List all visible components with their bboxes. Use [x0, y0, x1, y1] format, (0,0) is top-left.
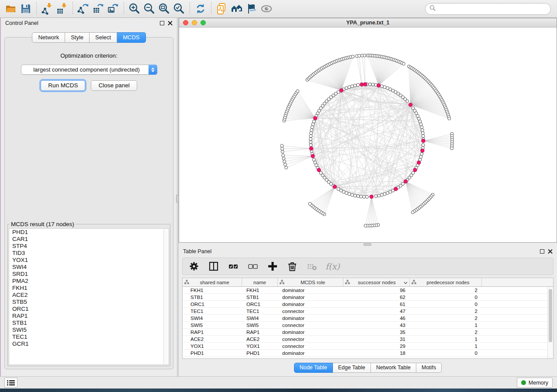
- search-input[interactable]: [439, 6, 547, 12]
- first-neighbors-icon[interactable]: [229, 1, 244, 16]
- table-row[interactable]: TEC1TEC1connector472: [183, 308, 553, 315]
- table-scrollbar[interactable]: [547, 287, 553, 358]
- new-network-from-selection-icon[interactable]: [214, 1, 229, 16]
- mcds-result-item[interactable]: TID3: [9, 250, 169, 257]
- cell-successor-nodes: 96: [343, 288, 410, 293]
- refresh-layout-icon[interactable]: [193, 1, 208, 16]
- table-row[interactable]: RAP1RAP1dominator352: [183, 329, 553, 336]
- mcds-result-item[interactable]: STB5: [9, 299, 169, 306]
- mcds-result-item[interactable]: ORC1: [9, 306, 169, 313]
- network-canvas[interactable]: [179, 28, 557, 242]
- delete-table-icon[interactable]: [306, 260, 318, 272]
- column-header-name[interactable]: name: [242, 278, 278, 286]
- close-panel-icon[interactable]: [168, 21, 173, 26]
- list-icon: [7, 380, 15, 386]
- column-header-shared-name[interactable]: shared name: [183, 278, 242, 286]
- cell-shared-name: FKH1: [183, 288, 242, 293]
- scrollbar-thumb[interactable]: [549, 289, 552, 342]
- mcds-result-item[interactable]: SWI5: [9, 327, 169, 334]
- mcds-result-item[interactable]: ACE2: [9, 292, 169, 299]
- tab-edge-table[interactable]: Edge Table: [333, 363, 371, 373]
- zoom-in-icon[interactable]: [127, 1, 142, 16]
- table-row[interactable]: ACE2ACE2connector311: [183, 336, 553, 343]
- dropdown-value: largest connected component (undirected): [21, 66, 149, 73]
- mcds-result-item[interactable]: FKH1: [9, 285, 169, 292]
- cell-predecessor-nodes: 1: [410, 337, 482, 342]
- table-tabs: Node TableEdge TableNetwork TableMotifs: [179, 363, 557, 373]
- zoom-fit-icon[interactable]: [157, 1, 172, 16]
- table-row[interactable]: FKH1FKH1dominator962: [183, 287, 553, 294]
- close-panel-icon[interactable]: [548, 249, 553, 254]
- cell-successor-nodes: 31: [343, 337, 410, 342]
- column-header-successor-nodes[interactable]: successor nodes: [343, 278, 410, 286]
- deselect-all-icon[interactable]: [247, 260, 259, 272]
- cytoscape-app: Control Panel NetworkStyleSelectMCDS Opt…: [0, 0, 557, 392]
- table-row[interactable]: SWI5SWI5connector431: [183, 322, 553, 329]
- float-panel-icon[interactable]: [540, 249, 544, 254]
- task-history-button[interactable]: [4, 378, 17, 388]
- horizontal-splitter[interactable]: [179, 243, 557, 246]
- cell-predecessor-nodes: 1: [410, 344, 482, 349]
- import-table-icon[interactable]: [55, 1, 69, 16]
- export-image-icon[interactable]: [106, 1, 121, 16]
- column-header-MCDS-role[interactable]: MCDS role: [278, 278, 343, 286]
- float-panel-icon[interactable]: [160, 21, 164, 25]
- mcds-result-item[interactable]: SRD1: [9, 271, 169, 278]
- gear-icon[interactable]: [188, 260, 200, 272]
- network-graph[interactable]: [179, 28, 557, 242]
- memory-status-icon: [521, 380, 526, 385]
- zoom-out-icon[interactable]: [142, 1, 157, 16]
- import-network-icon[interactable]: [40, 1, 55, 16]
- show-all-icon[interactable]: [259, 1, 274, 16]
- add-column-icon[interactable]: [266, 260, 279, 272]
- mcds-result-item[interactable]: SWI4: [9, 264, 169, 271]
- mcds-result-item[interactable]: RAP1: [9, 313, 169, 320]
- table-row[interactable]: PHD1PHD1dominator180: [183, 350, 553, 357]
- toolbar-separator: [190, 2, 190, 15]
- mcds-result-item[interactable]: PHD1: [9, 229, 169, 236]
- dropdown-stepper-icon: [149, 65, 157, 75]
- hide-selected-icon[interactable]: [244, 1, 259, 16]
- memory-button[interactable]: Memory: [517, 378, 553, 388]
- hierarchy-icon: [184, 280, 189, 285]
- open-folder-icon[interactable]: [3, 1, 18, 16]
- export-table-icon[interactable]: [91, 1, 106, 16]
- delete-column-icon[interactable]: [286, 260, 298, 272]
- cell-name: ORC1: [242, 302, 278, 307]
- zoom-selected-icon[interactable]: [172, 1, 187, 16]
- mcds-result-item[interactable]: STP4: [9, 243, 169, 250]
- select-all-icon[interactable]: [227, 260, 239, 272]
- network-window-titlebar[interactable]: YPA_prune.txt_1: [179, 18, 557, 28]
- function-builder-icon[interactable]: f(x): [325, 261, 340, 271]
- mcds-result-list[interactable]: PHD1CAR1STP4TID3YOX1SWI4SRD1PMA2FKH1ACE2…: [9, 228, 169, 365]
- mcds-result-item[interactable]: PMA2: [9, 278, 169, 285]
- cell-successor-nodes: 43: [343, 323, 410, 328]
- save-icon[interactable]: [18, 1, 33, 16]
- export-network-icon[interactable]: [76, 1, 91, 16]
- toolbar-icons: [3, 1, 274, 16]
- cell-MCDS-role: dominator: [278, 330, 343, 335]
- tab-motifs[interactable]: Motifs: [416, 363, 442, 373]
- splitter-grip[interactable]: [363, 243, 371, 246]
- cell-MCDS-role: connector: [278, 337, 343, 342]
- optimization-criterion-dropdown[interactable]: largest connected component (undirected): [21, 65, 157, 75]
- table-row[interactable]: SWI4SWI4dominator462: [183, 315, 553, 322]
- tab-node-table[interactable]: Node Table: [294, 363, 333, 373]
- split-column-icon[interactable]: [208, 260, 220, 272]
- table-row[interactable]: STB1STB1dominator620: [183, 294, 553, 301]
- mcds-result-item[interactable]: STB1: [9, 320, 169, 327]
- mcds-result-item[interactable]: GCR1: [9, 340, 169, 347]
- result-list-scrollbar[interactable]: [163, 229, 169, 364]
- search-box[interactable]: [425, 3, 551, 15]
- mcds-result-item[interactable]: TEC1: [9, 334, 169, 340]
- cell-MCDS-role: dominator: [278, 316, 343, 321]
- mcds-result-item[interactable]: CAR1: [9, 236, 169, 243]
- table-row[interactable]: ORC1ORC1dominator610: [183, 301, 553, 308]
- column-header-predecessor-nodes[interactable]: predecessor nodes: [410, 278, 482, 286]
- run-mcds-button[interactable]: Run MCDS: [41, 80, 85, 91]
- mcds-result-item[interactable]: YOX1: [9, 257, 169, 264]
- close-panel-button[interactable]: Close panel: [91, 80, 137, 91]
- table-row[interactable]: YOX1YOX1connector291: [183, 343, 553, 350]
- tab-network-table[interactable]: Network Table: [371, 363, 416, 373]
- sort-descending-icon: [404, 280, 408, 285]
